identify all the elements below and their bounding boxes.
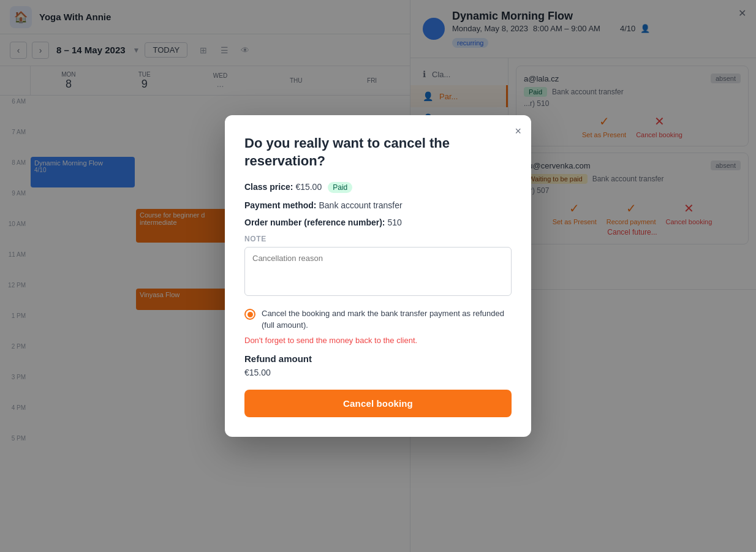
refund-title: Refund amount — [244, 354, 512, 364]
refund-amount: €15.00 — [244, 368, 512, 377]
class-price-value: €15.00 — [295, 182, 322, 192]
cancel-reservation-modal: × Do you really want to cancel the reser… — [225, 115, 531, 437]
paid-tag: Paid — [328, 182, 352, 193]
modal-title: Do you really want to cancel the reserva… — [244, 135, 512, 170]
modal-close-button[interactable]: × — [515, 125, 521, 138]
note-label: NOTE — [244, 235, 512, 243]
order-number-field: Order number (reference number): 510 — [244, 217, 512, 227]
order-number-label: Order number (reference number): — [244, 217, 385, 227]
order-number-value: 510 — [388, 217, 402, 227]
class-price-label: Class price: — [244, 182, 293, 192]
refund-section: Refund amount €15.00 — [244, 354, 512, 377]
cancel-booking-button[interactable]: Cancel booking — [244, 390, 512, 417]
class-price-field: Class price: €15.00 Paid — [244, 182, 512, 193]
radio-text: Cancel the booking and mark the bank tra… — [262, 308, 512, 330]
radio-circle — [244, 309, 255, 320]
radio-inner — [248, 312, 253, 317]
payment-method-label: Payment method: — [244, 200, 316, 210]
radio-option[interactable]: Cancel the booking and mark the bank tra… — [244, 308, 512, 330]
note-textarea[interactable] — [244, 247, 512, 296]
payment-method-field: Payment method: Bank account transfer — [244, 200, 512, 210]
modal-overlay: × Do you really want to cancel the reser… — [0, 0, 756, 552]
payment-method-value: Bank account transfer — [319, 200, 402, 210]
refund-warning: Don't forget to send the money back to t… — [244, 336, 512, 345]
